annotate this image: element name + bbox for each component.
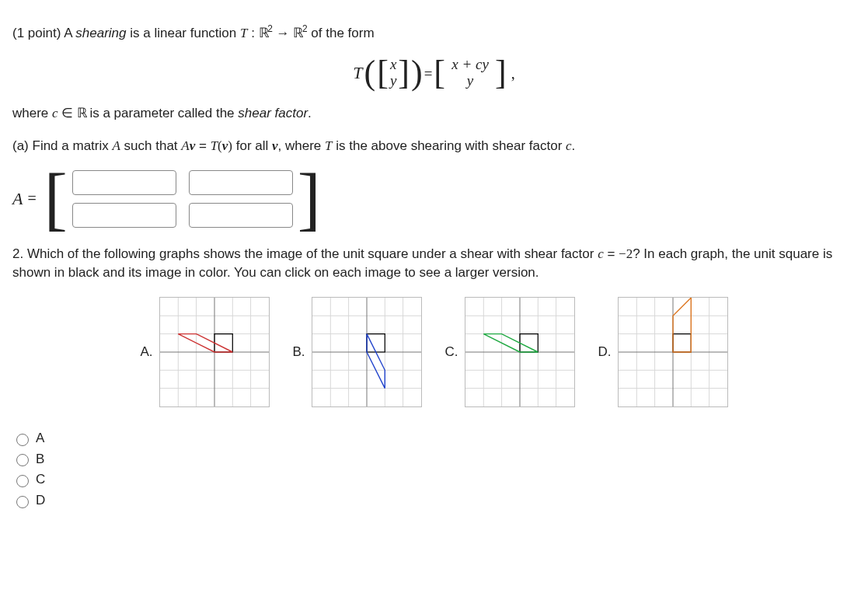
option-b-row[interactable]: B [12, 450, 856, 469]
shearing-formula: T ( [ xy ] ) = [ x + cyy ] , [12, 56, 856, 90]
option-c-row[interactable]: C [12, 470, 856, 490]
graph-item-d: D. [598, 297, 728, 407]
bracket-left: [ [44, 172, 68, 226]
term-shear-factor: shear factor [238, 106, 308, 120]
answer-radio-group: A B C D [12, 429, 856, 511]
matrix-a21-input[interactable] [72, 203, 176, 228]
graph-item-a: A. [140, 297, 269, 407]
svg-marker-34 [520, 333, 538, 351]
svg-marker-11 [178, 333, 232, 351]
svg-marker-47 [673, 298, 691, 352]
matrix-input: A = [ ] [12, 170, 856, 228]
question-2-prompt: 2. Which of the following graphs shows t… [12, 245, 856, 283]
part-a-prompt: (a) Find a matrix A such that Av = T(v) … [12, 137, 856, 156]
svg-marker-23 [367, 333, 385, 388]
matrix-a22-input[interactable] [189, 203, 293, 228]
graph-label-b: B. [293, 343, 305, 362]
term-shearing: shearing [75, 26, 126, 40]
option-b-radio[interactable] [16, 454, 29, 466]
points-label: (1 point) [12, 26, 61, 40]
matrix-a11-input[interactable] [72, 170, 176, 195]
graph-label-c: C. [445, 343, 458, 362]
option-d-row[interactable]: D [12, 491, 856, 511]
graph-item-c: C. [445, 297, 575, 407]
svg-marker-22 [367, 333, 385, 351]
graph-d-image[interactable] [618, 297, 728, 407]
svg-marker-35 [483, 333, 538, 351]
graph-b-image[interactable] [312, 297, 422, 407]
bracket-right: ] [298, 172, 321, 226]
graph-c-image[interactable] [465, 297, 575, 407]
option-d-radio[interactable] [16, 496, 29, 508]
graphs-row: A. B. C. [12, 297, 856, 407]
graph-item-b: B. [293, 297, 422, 407]
option-c-radio[interactable] [16, 475, 29, 487]
option-a-row[interactable]: A [12, 429, 856, 448]
svg-marker-46 [673, 333, 691, 351]
graph-label-d: D. [598, 343, 612, 362]
intro-paragraph: (1 point) A shearing is a linear functio… [12, 23, 856, 43]
option-a-radio[interactable] [16, 434, 29, 446]
where-paragraph: where c ∈ ℝ is a parameter called the sh… [12, 104, 856, 124]
graph-a-image[interactable] [159, 297, 270, 407]
svg-marker-10 [214, 333, 232, 351]
matrix-a12-input[interactable] [189, 170, 293, 195]
graph-label-a: A. [140, 343, 152, 362]
